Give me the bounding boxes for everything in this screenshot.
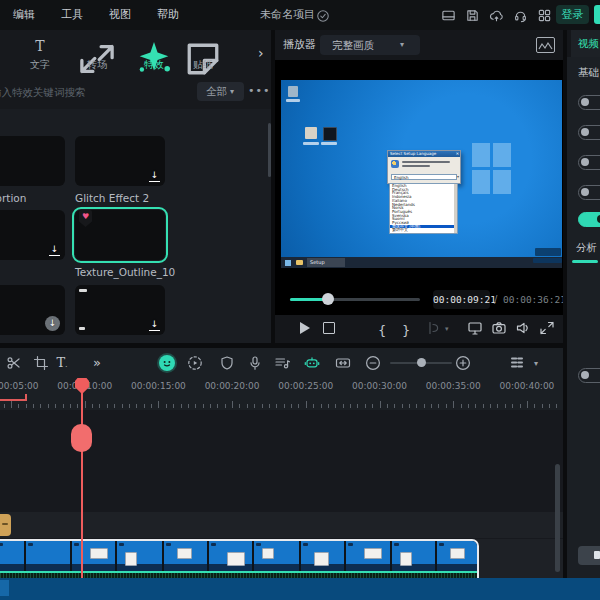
asset-tabs: T文字转场特效贴纸› bbox=[0, 30, 271, 79]
audio-list-button[interactable] bbox=[274, 355, 290, 371]
search-input[interactable]: 输入特效关键词搜索 bbox=[0, 86, 86, 100]
stop-button[interactable] bbox=[321, 320, 337, 336]
thumb-dialog bbox=[227, 552, 245, 566]
ruler-tick bbox=[556, 404, 557, 408]
layout-icon[interactable] bbox=[441, 8, 456, 23]
desktop-icon-label bbox=[303, 142, 319, 145]
beat-sync-button[interactable] bbox=[304, 355, 320, 371]
ruler-tick bbox=[85, 401, 86, 408]
thumb-dialog bbox=[90, 548, 108, 559]
win-logo bbox=[493, 143, 511, 167]
more-options-button[interactable]: ••• bbox=[248, 81, 270, 100]
analysis-label: 分析 bbox=[576, 241, 597, 255]
effect-card[interactable]: ↓ bbox=[0, 285, 65, 335]
toggle-switch-6[interactable] bbox=[578, 368, 600, 383]
snapshot-button[interactable] bbox=[491, 320, 507, 336]
ruler-tick bbox=[453, 401, 454, 408]
tab-text[interactable]: T文字 bbox=[18, 37, 62, 72]
zoom-in-button[interactable] bbox=[455, 355, 471, 371]
zoom-slider-handle[interactable] bbox=[417, 358, 426, 367]
title-clip[interactable] bbox=[0, 514, 11, 536]
quality-dropdown[interactable]: 完整画质 bbox=[320, 35, 420, 55]
thumb-window-marks bbox=[119, 543, 124, 546]
ruler-tick bbox=[505, 404, 506, 408]
effect-thumbnail: ↓ bbox=[0, 210, 65, 260]
overlay-mark bbox=[79, 327, 85, 330]
playhead-cut-button[interactable] bbox=[71, 424, 92, 452]
render-preview-button[interactable] bbox=[187, 355, 203, 371]
monitor-button[interactable] bbox=[467, 320, 483, 336]
cut-button[interactable] bbox=[6, 355, 22, 371]
mark-out-button[interactable]: } bbox=[402, 320, 418, 336]
crop-button[interactable] bbox=[33, 355, 49, 371]
current-timecode[interactable]: 00:00:09:21 bbox=[433, 290, 490, 309]
tab-transition[interactable]: 转场 bbox=[75, 37, 119, 72]
export-button-partial[interactable] bbox=[594, 5, 600, 24]
fit-timeline-button[interactable] bbox=[335, 355, 351, 371]
fullscreen-button[interactable] bbox=[539, 320, 555, 336]
ruler-tick bbox=[11, 401, 12, 408]
ruler-tick bbox=[166, 404, 167, 408]
desktop-icon bbox=[305, 127, 317, 139]
ruler-tick bbox=[365, 404, 366, 408]
effect-thumbnail: ↓ bbox=[0, 285, 65, 335]
play-button[interactable] bbox=[297, 320, 313, 336]
topbar-icon-group bbox=[441, 0, 552, 30]
effect-card[interactable]: ↓ bbox=[75, 285, 165, 335]
razor-button[interactable] bbox=[425, 320, 441, 336]
ai-copilot-button[interactable] bbox=[159, 355, 175, 371]
toggle-switch-2[interactable] bbox=[578, 125, 600, 140]
toggle-switch-4[interactable] bbox=[578, 185, 600, 200]
ruler-tick bbox=[321, 404, 322, 408]
menu-1[interactable]: 编辑 bbox=[13, 0, 35, 30]
dialog-titlebar: Select Setup Language bbox=[388, 151, 460, 157]
effect-card-glitch-effect-2[interactable]: ↓Glitch Effect 2 bbox=[75, 136, 165, 204]
seek-handle[interactable] bbox=[322, 293, 334, 305]
dialog-text-line bbox=[402, 161, 450, 163]
cloud-upload-icon[interactable] bbox=[489, 8, 504, 23]
effect-thumbnail: ↓ bbox=[75, 285, 165, 335]
ruler-tick bbox=[77, 404, 78, 408]
chevron-right-icon[interactable]: › bbox=[258, 45, 264, 61]
scope-icon[interactable] bbox=[536, 37, 555, 53]
download-icon: ↓ bbox=[149, 170, 160, 182]
toggle-switch-5[interactable] bbox=[578, 212, 600, 227]
voiceover-button[interactable] bbox=[247, 355, 263, 371]
filter-dropdown[interactable]: 全部 bbox=[197, 82, 244, 101]
effect-card-texture-outline-10[interactable]: ♥Texture_Outline_10 bbox=[75, 210, 165, 278]
track-manager-button[interactable] bbox=[509, 355, 525, 371]
thumb-dialog bbox=[314, 552, 329, 566]
apps-icon[interactable] bbox=[537, 8, 552, 23]
save-icon[interactable] bbox=[465, 8, 480, 23]
vertical-scrollbar[interactable] bbox=[555, 464, 560, 572]
folder-icon bbox=[296, 260, 303, 265]
toggle-switch-3[interactable] bbox=[578, 155, 600, 170]
favorite-heart-badge: ♥ bbox=[79, 210, 92, 227]
video-clip-selected[interactable] bbox=[0, 539, 479, 578]
menu-4[interactable]: 帮助 bbox=[157, 0, 179, 30]
shield-button[interactable] bbox=[219, 355, 235, 371]
top-menu-bar: 编辑工具视图帮助 未命名项目 登录 bbox=[0, 0, 600, 30]
tab-effects[interactable]: 特效 bbox=[132, 37, 176, 72]
menu-2[interactable]: 工具 bbox=[61, 0, 83, 30]
effect-card-1-9[interactable]: ↓1:9 bbox=[0, 210, 65, 278]
tab-video[interactable]: 视频 bbox=[571, 30, 600, 57]
more-button[interactable]: » bbox=[89, 355, 105, 371]
zoom-out-button[interactable] bbox=[365, 355, 381, 371]
login-button[interactable]: 登录 bbox=[556, 5, 589, 24]
ruler-tick bbox=[409, 404, 410, 408]
timecode-separator: / bbox=[494, 290, 497, 309]
volume-button[interactable] bbox=[515, 320, 531, 336]
tab-sticker[interactable]: 贴纸 bbox=[181, 37, 225, 72]
panel-button-partial[interactable] bbox=[578, 546, 600, 565]
support-icon[interactable] bbox=[513, 8, 528, 23]
playhead-line[interactable] bbox=[81, 390, 83, 578]
clip-cut-line bbox=[435, 541, 437, 571]
text-tool-button[interactable]: T. bbox=[54, 355, 70, 371]
menu-3[interactable]: 视图 bbox=[109, 0, 131, 30]
ruler-tick bbox=[63, 404, 64, 408]
mark-in-button[interactable]: { bbox=[378, 320, 394, 336]
ruler-tick bbox=[136, 404, 137, 408]
effect-card-distortion[interactable]: Distortion bbox=[0, 136, 65, 204]
toggle-switch-1[interactable] bbox=[578, 95, 600, 110]
